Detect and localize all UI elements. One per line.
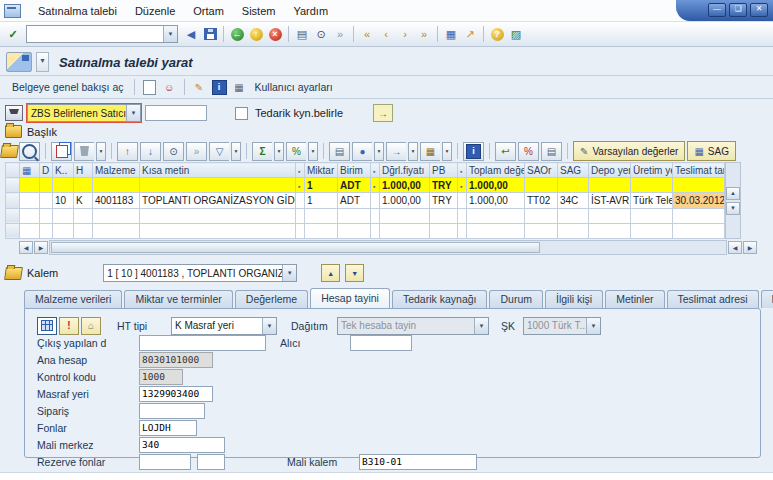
vendor-input[interactable]: [145, 105, 207, 121]
save-icon[interactable]: [201, 26, 219, 43]
vertical-scrollbar[interactable]: ▲ ▼: [725, 162, 741, 239]
scroll-left-icon[interactable]: ◀: [728, 241, 742, 254]
filter-menu-icon[interactable]: ▼: [231, 142, 241, 161]
rezerve-fonlar-input-2[interactable]: [197, 454, 225, 470]
menu-ortam[interactable]: Ortam: [184, 3, 233, 19]
previous-item-button[interactable]: ▲: [321, 264, 340, 282]
sum-menu-icon[interactable]: ▼: [274, 142, 284, 161]
col-saor[interactable]: SAOr: [525, 163, 558, 178]
item-selector-dropdown[interactable]: 1 [ 10 ] 4001183 , TOPLANTI ORGANİZASYON…: [103, 264, 297, 282]
col-birim[interactable]: Birim: [338, 163, 371, 178]
filter-icon[interactable]: ▽: [209, 142, 229, 161]
horizontal-scrollbar[interactable]: ◀ ▶ ◀ ▶: [5, 240, 757, 255]
tab-ilgili-kisi[interactable]: İlgili kişi: [545, 290, 603, 308]
copy-row-icon[interactable]: [51, 142, 72, 161]
row-selector[interactable]: [6, 178, 20, 193]
organization-icon[interactable]: ⌂: [81, 317, 101, 335]
subtotal-icon[interactable]: %: [286, 142, 306, 161]
sag-button[interactable]: ▦ SAG: [687, 141, 736, 161]
grid-find-next-icon[interactable]: »: [186, 142, 207, 161]
tab-metinler[interactable]: Metinler: [605, 290, 664, 308]
info-icon[interactable]: i: [211, 80, 228, 95]
command-dropdown-icon[interactable]: ▼: [163, 26, 177, 42]
clipboard-icon[interactable]: ▤: [541, 142, 562, 161]
sum-icon[interactable]: Σ: [252, 142, 272, 161]
scroll-left-icon[interactable]: ◀: [19, 241, 33, 254]
tab-degerleme[interactable]: Değerleme: [235, 290, 308, 308]
alici-input[interactable]: [350, 335, 412, 351]
col-depo[interactable]: Depo yeri: [589, 163, 631, 178]
determine-source-icon[interactable]: →: [373, 104, 393, 122]
copy-document-icon[interactable]: ☺: [161, 80, 178, 95]
percent-icon[interactable]: %: [518, 142, 539, 161]
back-triangle-icon[interactable]: ◀: [182, 26, 200, 43]
table-settings-icon[interactable]: ▦: [420, 142, 440, 161]
print-icon[interactable]: ▤: [293, 26, 311, 43]
new-document-icon[interactable]: [141, 80, 158, 95]
col-miktar[interactable]: Miktar: [305, 163, 338, 178]
scrollbar-thumb[interactable]: [51, 242, 540, 253]
select-all-icon[interactable]: ▦: [20, 163, 40, 178]
menu-yardim[interactable]: Yardım: [284, 3, 337, 19]
enter-icon[interactable]: ✓: [4, 26, 22, 43]
cell-uretim[interactable]: Türk Telekom: [631, 193, 673, 208]
cancel-icon[interactable]: ×: [266, 26, 284, 43]
cell-pb[interactable]: TRY: [430, 193, 458, 208]
menu-sistem[interactable]: Sistem: [233, 3, 285, 19]
cell-sag[interactable]: 34C: [558, 193, 589, 208]
zoom-icon[interactable]: [19, 142, 40, 161]
tab-musteri-verileri[interactable]: Müşteri verileri: [761, 290, 773, 308]
find-icon[interactable]: ⊙: [312, 26, 330, 43]
export-icon[interactable]: →: [386, 142, 406, 161]
subtotal-menu-icon[interactable]: ▼: [308, 142, 318, 161]
tab-teslimat-adresi[interactable]: Teslimat adresi: [667, 290, 759, 308]
tab-tedarik-kaynagi[interactable]: Tedarik kaynağı: [392, 290, 488, 308]
mali-merkez-input[interactable]: [139, 437, 225, 453]
user-settings-button[interactable]: Kullanıcı ayarları: [251, 80, 337, 94]
cell-miktar[interactable]: 1: [305, 193, 338, 208]
grid-find-icon[interactable]: ⊙: [163, 142, 184, 161]
tab-durum[interactable]: Durum: [489, 290, 543, 308]
export-menu-icon[interactable]: ▼: [408, 142, 418, 161]
cell-malzeme[interactable]: 4001183: [93, 193, 140, 208]
col-pb[interactable]: PB: [430, 163, 458, 178]
rezerve-fonlar-input[interactable]: [139, 454, 191, 470]
cell-birim[interactable]: ADT: [338, 193, 371, 208]
col-kalem[interactable]: K..: [53, 163, 74, 178]
first-page-icon[interactable]: «: [358, 26, 376, 43]
cart-icon[interactable]: [5, 105, 23, 122]
personal-setting-icon[interactable]: ✎: [191, 80, 208, 95]
item-selector-arrow-icon[interactable]: ▼: [282, 265, 296, 281]
ht-tipi-arrow-icon[interactable]: ▼: [262, 318, 276, 334]
grid-print-icon[interactable]: ▤: [329, 142, 350, 161]
row-selector[interactable]: [6, 223, 20, 238]
tab-malzeme-verileri[interactable]: Malzeme verileri: [24, 290, 122, 308]
create-shortcut-icon[interactable]: ↗: [461, 26, 479, 43]
scroll-right-icon[interactable]: ▶: [743, 241, 757, 254]
cell-toplam[interactable]: 1.000,00: [467, 193, 525, 208]
masraf-yeri-input[interactable]: [139, 386, 213, 402]
cell-kisa-metin[interactable]: TOPLANTI ORGANİZASYON GİDERLERİ: [140, 193, 296, 208]
cell-h[interactable]: K: [74, 193, 93, 208]
item-row[interactable]: 10 K 4001183 TOPLANTI ORGANİZASYON GİDER…: [6, 193, 725, 208]
mali-kalem-input[interactable]: [359, 454, 477, 470]
views-icon[interactable]: ●: [352, 142, 372, 161]
select-all-cell[interactable]: [6, 163, 20, 178]
customize-layout-icon[interactable]: ▨: [507, 26, 525, 43]
col-h[interactable]: H: [74, 163, 93, 178]
account-overview-icon[interactable]: [37, 317, 57, 335]
check-icon[interactable]: !: [59, 317, 79, 335]
document-overview-button[interactable]: Belgeye genel bakışı aç: [8, 80, 128, 94]
scrollbar-track[interactable]: [49, 240, 727, 255]
transaction-icon[interactable]: [6, 52, 32, 72]
views-menu-icon[interactable]: ▼: [374, 142, 384, 161]
help-icon[interactable]: ?: [488, 26, 506, 43]
col-sag[interactable]: SAG: [558, 163, 589, 178]
vendor-variant-arrow-icon[interactable]: ▼: [126, 105, 140, 121]
item-overview-folder-icon[interactable]: [0, 145, 19, 158]
back-icon[interactable]: ←: [228, 26, 246, 43]
determine-source-checkbox[interactable]: [235, 107, 248, 120]
row-selector[interactable]: [6, 208, 20, 223]
cell-depo[interactable]: İST-AVR SAN: [589, 193, 631, 208]
tab-miktar-ve-terminler[interactable]: Miktar ve terminler: [124, 290, 232, 308]
